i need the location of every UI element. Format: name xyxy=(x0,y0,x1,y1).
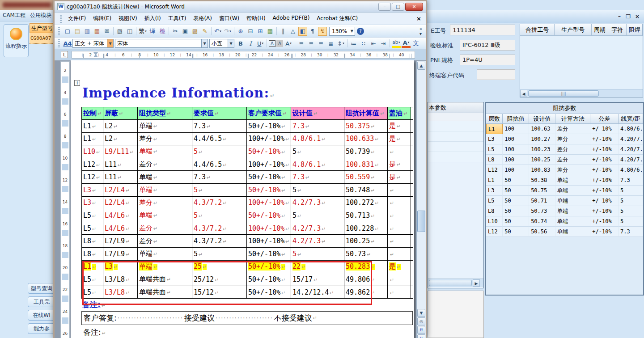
impedance-cell[interactable]: +/-10% xyxy=(590,196,619,206)
doc-cell[interactable] xyxy=(411,209,413,222)
column-header[interactable]: 客户要求值↵ xyxy=(247,107,291,120)
doc-cell[interactable]: L2/L4↵ xyxy=(103,183,138,196)
impedance-cell[interactable]: 单端 xyxy=(555,186,590,196)
styles-pane-icon[interactable]: A4 xyxy=(63,39,72,48)
menu-item-8[interactable]: Adobe PDF(B) xyxy=(269,13,314,24)
chevron-down-icon[interactable]: ▼ xyxy=(107,39,113,47)
chevron-down-icon[interactable]: ▾ xyxy=(290,42,292,45)
column-header[interactable]: 屏蔽↵ xyxy=(103,107,138,120)
document-map-icon[interactable]: ◧ xyxy=(298,27,307,36)
doc-cell[interactable]: 100+/-10%↵ xyxy=(247,132,291,145)
impedance-cell[interactable]: 差分 xyxy=(555,134,590,144)
doc-cell[interactable]: 4.8/6.1↵ xyxy=(291,132,344,145)
table-column-marker[interactable] xyxy=(410,54,412,59)
doc-cell[interactable]: L12↵ xyxy=(82,171,103,184)
doc-cell[interactable]: 是↵ xyxy=(388,120,411,133)
impedance-cell[interactable]: 5 xyxy=(619,206,643,216)
doc-cell[interactable]: L9/L11↵ xyxy=(103,145,138,158)
doc-cell[interactable]: L7/L9↵ xyxy=(103,235,138,248)
chinese-convert-icon[interactable]: 繁▾ xyxy=(138,27,147,36)
doc-cell[interactable] xyxy=(411,286,413,299)
impedance-cell[interactable]: 单端 xyxy=(555,196,590,206)
doc-cell[interactable]: 100.25↵ xyxy=(344,235,388,248)
impedance-cell[interactable]: 4.20/7. xyxy=(619,155,643,165)
impedance-row[interactable]: L55050.71单端+/-10%5 xyxy=(486,196,643,206)
chevron-down-icon[interactable]: ▾ xyxy=(262,42,264,45)
doc-cell[interactable]: 差分↵ xyxy=(138,235,192,248)
align-distribute-icon[interactable]: ≣ xyxy=(326,39,335,48)
new-document-icon[interactable]: ▢ xyxy=(63,27,72,36)
merge-column-header[interactable]: 周期 xyxy=(592,24,608,36)
doc-cell[interactable]: 单端↵ xyxy=(138,247,192,260)
align-center-icon[interactable]: ≡ xyxy=(307,39,316,48)
word-minimize-button[interactable]: – xyxy=(378,3,391,11)
doc-cell[interactable] xyxy=(411,132,413,145)
next-page-icon[interactable]: ⇊ xyxy=(417,334,425,338)
impedance-cell[interactable]: 7.3 xyxy=(619,175,643,186)
undo-icon[interactable]: ↶▾ xyxy=(213,27,222,36)
doc-cell[interactable]: L2↵ xyxy=(103,120,138,133)
column-header[interactable]: 要求值↵ xyxy=(192,107,247,120)
impedance-cell[interactable]: 100 xyxy=(503,144,529,155)
table-column-marker[interactable] xyxy=(344,54,347,59)
impedance-cell[interactable]: L3 xyxy=(486,186,503,196)
impedance-cell[interactable]: +/-10% xyxy=(590,175,619,186)
impedance-cell[interactable]: 差分 xyxy=(555,165,590,175)
doc-cell[interactable] xyxy=(411,145,413,158)
doc-cell[interactable]: L12↵ xyxy=(82,158,103,171)
doc-cell[interactable]: 7.3↵ xyxy=(192,120,247,133)
doc-cell[interactable]: 100.228↵ xyxy=(344,222,388,235)
doc-cell[interactable]: 4.3/7.2↵ xyxy=(192,235,247,248)
acceptance-standard-input[interactable]: IPC-6012 Ⅲ级 xyxy=(460,40,515,51)
doc-cell[interactable]: 50+/-10%↵ xyxy=(247,209,291,222)
impedance-cell[interactable]: 50 xyxy=(503,196,529,206)
impedance-cell[interactable]: 50 xyxy=(503,186,529,196)
impedance-cell[interactable]: +/-10% xyxy=(590,206,619,216)
impedance-row[interactable]: L35050.75单端+/-10%5 xyxy=(486,186,643,196)
print-icon[interactable]: ▧ xyxy=(115,27,124,36)
menu-item-9[interactable]: Acrobat 注释(C) xyxy=(313,13,361,24)
word-title-bar[interactable]: W cg00a071a0-阻抗设计(New) - Microsoft Word … xyxy=(55,1,426,13)
impedance-row[interactable]: L85050.73单端+/-10%5 xyxy=(486,206,643,216)
impedance-row[interactable]: L5100100.23差分+/-10%4.20/7. xyxy=(486,144,643,155)
column-header[interactable]: 盖油↵ xyxy=(388,107,411,120)
doc-cell[interactable]: 单端↵ xyxy=(138,120,192,133)
impedance-cell[interactable]: 50 xyxy=(503,206,529,216)
doc-cell[interactable] xyxy=(411,158,413,171)
doc-cell[interactable]: L2↵ xyxy=(103,132,138,145)
merge-table-scrollbar[interactable]: ◀ |||| xyxy=(520,89,643,97)
impedance-cell[interactable]: 4.20/7. xyxy=(619,134,643,144)
doc-cell[interactable]: 差分↵ xyxy=(138,132,192,145)
impedance-cell[interactable]: 50.75 xyxy=(529,186,555,196)
customer-reply-row[interactable]: 客户答复: ························ 接受建议 ····… xyxy=(81,311,413,325)
tables-borders-icon[interactable]: ⊟ xyxy=(246,27,255,36)
table-column-marker[interactable] xyxy=(247,54,250,59)
app-close-button[interactable]: × xyxy=(635,13,640,20)
left-tab-1[interactable]: 公用模块 xyxy=(30,12,51,19)
menu-item-3[interactable]: 插入(I) xyxy=(141,13,165,24)
translate-icon[interactable]: 译 xyxy=(148,27,157,36)
style-combo[interactable]: 正文 + 宋体 ▼ xyxy=(72,39,114,48)
app-minimize-button[interactable]: – xyxy=(618,13,621,20)
impedance-cell[interactable]: 100 xyxy=(503,165,529,175)
impedance-cell[interactable]: +/-10% xyxy=(590,227,619,237)
help-icon[interactable]: ? xyxy=(357,28,364,35)
doc-cell[interactable] xyxy=(411,222,413,235)
doc-cell[interactable]: 4.8/6.1↵ xyxy=(291,158,344,171)
font-size-combo[interactable]: 小五 ▼ xyxy=(209,39,234,48)
doc-cell[interactable]: 4.4/6.5↵ xyxy=(192,158,247,171)
impedance-column-header[interactable]: 计算方法 xyxy=(555,114,590,124)
open-icon[interactable]: ▤ xyxy=(73,27,82,36)
doc-cell[interactable]: 单端↵ xyxy=(138,183,192,196)
toolbar-grip-icon[interactable] xyxy=(58,27,60,35)
impedance-cell[interactable]: 5 xyxy=(619,186,643,196)
impedance-cell[interactable]: 100.23 xyxy=(529,144,555,155)
insert-table-icon[interactable]: ⊞ xyxy=(256,27,265,36)
impedance-row[interactable]: L125050.56单端+/-10%7.3 xyxy=(486,227,643,237)
impedance-cell[interactable]: 100 xyxy=(503,155,529,165)
toolbar-grip-icon[interactable] xyxy=(58,39,60,47)
doc-cell[interactable]: L2/L4↵ xyxy=(103,196,138,209)
doc-cell[interactable]: 单端↵ xyxy=(138,171,192,184)
impedance-column-header[interactable]: 公差 xyxy=(590,114,619,124)
scroll-left-icon[interactable]: ◀ xyxy=(520,90,527,97)
